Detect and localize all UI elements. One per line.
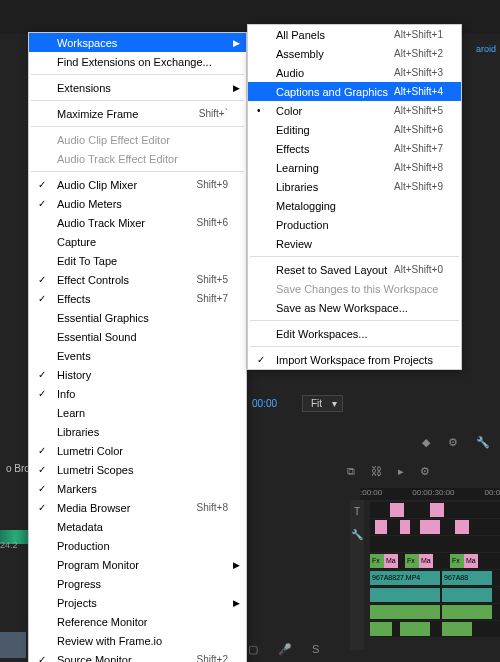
menu-item[interactable]: Maximize FrameShift+` [29,104,246,123]
marker-icon[interactable]: ◆ [422,436,430,449]
menu-item-label: Progress [57,578,101,590]
settings2-icon[interactable]: ⚙ [420,465,430,478]
menu-item[interactable]: Essential Sound [29,327,246,346]
menu-item[interactable]: Extensions▶ [29,78,246,97]
shortcut-label: Alt+Shift+4 [394,86,443,97]
link-icon[interactable]: ⛓ [371,465,382,478]
fx-clip[interactable]: Fx [370,554,384,568]
menu-item[interactable]: LibrariesAlt+Shift+9 [248,177,461,196]
menu-item[interactable]: ✓History [29,365,246,384]
s-icon[interactable]: S [312,643,319,656]
menu-item[interactable]: Learn [29,403,246,422]
menu-item[interactable]: Review with Frame.io [29,631,246,650]
settings-icon[interactable]: ⚙ [448,436,458,449]
menu-item[interactable]: ✓Source MonitorShift+2 [29,650,246,662]
menu-item[interactable]: LearningAlt+Shift+8 [248,158,461,177]
clip[interactable] [455,520,469,534]
menu-item[interactable]: Edit Workspaces... [248,324,461,343]
menu-item[interactable]: All PanelsAlt+Shift+1 [248,25,461,44]
menu-item[interactable]: Edit To Tape [29,251,246,270]
marker-add-icon[interactable]: ▸ [398,465,404,478]
menu-item[interactable]: Essential Graphics [29,308,246,327]
menu-item[interactable]: Projects▶ [29,593,246,612]
menu-item[interactable]: Audio Track MixerShift+6 [29,213,246,232]
timecode-display[interactable]: 00:00 [252,398,277,409]
menu-item[interactable]: •ColorAlt+Shift+5 [248,101,461,120]
menu-item[interactable]: Metadata [29,517,246,536]
menu-item[interactable]: ✓Media BrowserShift+8 [29,498,246,517]
menu-item[interactable]: ✓Info [29,384,246,403]
audio-clip[interactable] [442,622,472,636]
video-clip[interactable]: 967A8827.MP4 [370,571,440,585]
clip[interactable] [390,503,404,517]
menu-item[interactable]: Progress [29,574,246,593]
clip[interactable] [375,520,387,534]
menu-item[interactable]: Production [248,215,461,234]
submenu-arrow-icon: ▶ [233,83,240,93]
menu-item-label: Learn [57,407,85,419]
track-header-label: 24.2 [0,540,18,550]
shortcut-label: Alt+Shift+5 [394,105,443,116]
audio-clip[interactable] [370,588,440,602]
menu-item-label: Color [276,105,302,117]
audio-clip[interactable] [400,622,430,636]
audio-clip[interactable] [370,605,440,619]
mic-icon[interactable]: 🎤 [278,643,292,656]
submenu-arrow-icon: ▶ [233,38,240,48]
menu-item-label: Metadata [57,521,103,533]
menu-item[interactable]: Workspaces▶ [29,33,246,52]
menu-item[interactable]: Captions and GraphicsAlt+Shift+4 [248,82,461,101]
menu-item[interactable]: ✓Import Workspace from Projects [248,350,461,369]
menu-item[interactable]: Reset to Saved LayoutAlt+Shift+0 [248,260,461,279]
menu-item-label: Projects [57,597,97,609]
menu-item[interactable]: ✓Markers [29,479,246,498]
clip[interactable]: Ma [384,554,398,568]
menu-item[interactable]: ✓Effect ControlsShift+5 [29,270,246,289]
audio-clip[interactable] [370,622,392,636]
wrench-icon[interactable]: 🔧 [476,436,490,449]
shortcut-label: Shift+9 [197,179,228,190]
clip[interactable] [400,520,410,534]
menu-item[interactable]: Events [29,346,246,365]
tool-wrench-icon[interactable]: 🔧 [350,523,364,546]
menu-item[interactable]: ✓EffectsShift+7 [29,289,246,308]
menu-separator [250,320,459,321]
menu-item[interactable]: Save as New Workspace... [248,298,461,317]
menu-item[interactable]: EffectsAlt+Shift+7 [248,139,461,158]
menu-item[interactable]: AudioAlt+Shift+3 [248,63,461,82]
menu-item: Audio Track Effect Editor [29,149,246,168]
check-icon: ✓ [257,354,265,365]
audio-clip[interactable] [442,588,492,602]
clip[interactable] [430,503,444,517]
menu-item[interactable]: ✓Lumetri Color [29,441,246,460]
menu-item[interactable]: Find Extensions on Exchange... [29,52,246,71]
icon1[interactable]: ▢ [248,643,258,656]
clip[interactable]: Ma [464,554,478,568]
audio-clip[interactable] [442,605,492,619]
menu-item[interactable]: Production [29,536,246,555]
menu-item[interactable]: Libraries [29,422,246,441]
menu-item[interactable]: AssemblyAlt+Shift+2 [248,44,461,63]
menu-item[interactable]: Reference Monitor [29,612,246,631]
tool-text-icon[interactable]: T [350,500,364,523]
menu-item[interactable]: Metalogging [248,196,461,215]
clip[interactable] [420,520,440,534]
menu-item[interactable]: ✓Audio Meters [29,194,246,213]
clip[interactable]: Ma [419,554,433,568]
menu-item[interactable]: Review [248,234,461,253]
menu-item[interactable]: Capture [29,232,246,251]
menu-item[interactable]: EditingAlt+Shift+6 [248,120,461,139]
video-clip[interactable]: 967A88 [442,571,492,585]
menu-item[interactable]: ✓Audio Clip MixerShift+9 [29,175,246,194]
menu-item[interactable]: ✓Lumetri Scopes [29,460,246,479]
fx-clip[interactable]: Fx [405,554,419,568]
snap-icon[interactable]: ⧉ [347,465,355,478]
timeline-ruler[interactable]: :00:00 00:00:30:00 00:01:00 [360,488,500,500]
shortcut-label: Shift+` [199,108,228,119]
fx-clip[interactable]: Fx [450,554,464,568]
menu-item[interactable]: Program Monitor▶ [29,555,246,574]
menu-item-label: Capture [57,236,96,248]
shortcut-label: Alt+Shift+9 [394,181,443,192]
menu-item-label: Essential Graphics [57,312,149,324]
zoom-fit-dropdown[interactable]: Fit ▾ [302,395,343,412]
